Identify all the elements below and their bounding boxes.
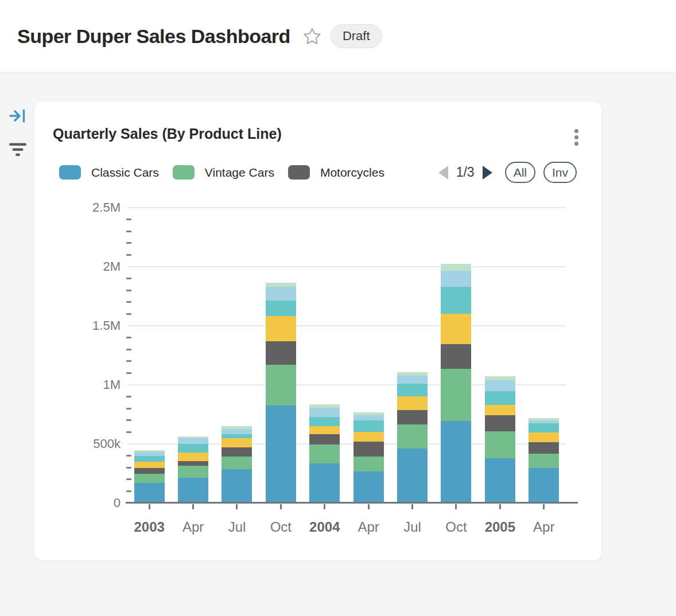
bar-segment[interactable] — [397, 449, 428, 503]
stacked-bar-2005-8 — [485, 376, 515, 503]
chart: 0500k1M1.5M2M2.5M 2003AprJulOct2004AprJu… — [34, 193, 601, 560]
favorite-star-icon[interactable] — [303, 27, 321, 45]
bar-segment[interactable] — [353, 471, 384, 503]
bar-segment[interactable] — [529, 454, 559, 468]
bar-segment[interactable] — [353, 432, 384, 441]
collapse-panel-icon[interactable] — [9, 107, 27, 127]
x-axis-tick — [411, 504, 413, 509]
bar-segment[interactable] — [309, 408, 340, 417]
legend-item-vintage-cars[interactable]: Vintage Cars — [173, 165, 274, 180]
bar-segment[interactable] — [178, 478, 208, 503]
x-axis-cell: Jul — [390, 518, 434, 535]
bar-segment[interactable] — [266, 406, 296, 503]
bar-segment[interactable] — [441, 421, 471, 503]
bar-segment[interactable] — [266, 365, 296, 406]
bar-segment[interactable] — [134, 468, 165, 474]
bar-segment[interactable] — [485, 391, 515, 405]
bar-segment[interactable] — [309, 434, 340, 445]
bar-segment[interactable] — [266, 301, 296, 316]
bar-segment[interactable] — [529, 423, 559, 432]
bar-segment[interactable] — [134, 456, 165, 462]
bar-segment[interactable] — [397, 410, 428, 424]
stacked-bar-jul-2 — [222, 426, 252, 503]
legend-item-label: Classic Cars — [91, 166, 159, 180]
bar-segment[interactable] — [222, 469, 252, 503]
legend-item-classic-cars[interactable]: Classic Cars — [59, 165, 159, 180]
bar-segment[interactable] — [178, 453, 208, 461]
filter-icon[interactable] — [9, 142, 27, 160]
x-axis-tick — [324, 504, 325, 509]
bar-segment[interactable] — [178, 461, 208, 466]
x-axis-cell: 2003 — [127, 518, 171, 535]
bar-segment[interactable] — [529, 468, 559, 503]
bar-segment[interactable] — [266, 316, 296, 341]
bar-segment[interactable] — [485, 431, 515, 459]
bar-segment[interactable] — [222, 447, 252, 457]
bar-segment[interactable] — [353, 457, 384, 472]
bar-segment[interactable] — [441, 344, 471, 369]
bar-segment[interactable] — [266, 341, 296, 365]
y-axis-tick-label: 0 — [34, 496, 121, 510]
bar-segment[interactable] — [178, 444, 208, 452]
x-axis-tick — [499, 504, 501, 509]
x-axis-tick-label: 2005 — [478, 518, 522, 535]
bar-segment[interactable] — [134, 474, 165, 483]
legend-pager: 1/3 — [438, 165, 492, 180]
y-axis-tick-label: 2.5M — [34, 200, 121, 215]
y-axis-tick-label: 1.5M — [34, 318, 121, 333]
legend-swatch — [288, 165, 310, 180]
bar-segment[interactable] — [397, 376, 428, 384]
bar-segment[interactable] — [178, 466, 208, 478]
bar-segment[interactable] — [222, 429, 252, 434]
bar-segment[interactable] — [485, 415, 515, 431]
bar-segment[interactable] — [309, 417, 340, 426]
bar-segment[interactable] — [134, 483, 165, 503]
x-axis-tick-label: Apr — [522, 518, 566, 535]
bar-segment[interactable] — [529, 442, 559, 454]
bar-segment[interactable] — [441, 271, 471, 287]
bar-cell — [171, 208, 215, 503]
legend-inv-button[interactable]: Inv — [543, 162, 577, 183]
bar-segment[interactable] — [309, 445, 340, 463]
bar-cell — [303, 208, 347, 503]
bar-segment[interactable] — [485, 380, 515, 391]
bar-segment[interactable] — [441, 264, 471, 271]
bar-segment[interactable] — [353, 420, 384, 432]
x-axis-cell: Jul — [215, 518, 259, 535]
bar-segment[interactable] — [222, 438, 252, 447]
bar-segment[interactable] — [266, 287, 296, 301]
bar-segment[interactable] — [309, 463, 340, 503]
bar-segment[interactable] — [529, 432, 559, 442]
bar-segment[interactable] — [485, 458, 515, 503]
bar-segment[interactable] — [134, 452, 165, 456]
bar-segment[interactable] — [134, 462, 165, 468]
bar-segment[interactable] — [353, 415, 384, 421]
kebab-menu-button[interactable] — [572, 127, 581, 148]
bar-segment[interactable] — [178, 438, 208, 445]
x-axis-tick — [280, 504, 282, 509]
legend-prev-button[interactable] — [438, 166, 448, 180]
legend-next-button[interactable] — [483, 166, 492, 180]
x-axis-tick-label: 2003 — [127, 518, 171, 535]
bar-segment[interactable] — [222, 434, 252, 438]
x-axis-tick-label: 2004 — [303, 518, 347, 535]
bar-segment[interactable] — [485, 405, 515, 415]
bar-segment[interactable] — [441, 369, 471, 421]
legend-item-motorcycles[interactable]: Motorcycles — [288, 165, 384, 180]
legend-all-button[interactable]: All — [505, 162, 535, 183]
bar-segment[interactable] — [441, 287, 471, 314]
bar-segment[interactable] — [441, 314, 471, 344]
bar-segment[interactable] — [266, 283, 296, 287]
bar-segment[interactable] — [397, 396, 428, 410]
bar-segment[interactable] — [309, 426, 340, 434]
bar-segment[interactable] — [222, 457, 252, 470]
bar-segment[interactable] — [397, 424, 428, 449]
bar-segment[interactable] — [353, 442, 384, 457]
bar-cell — [522, 208, 566, 503]
bar-segment[interactable] — [397, 384, 428, 396]
y-axis-tick-label: 1M — [34, 377, 121, 392]
legend-item-label: Vintage Cars — [205, 166, 274, 180]
plot-area: 2003AprJulOct2004AprJulOct2005Apr — [127, 208, 566, 503]
bar-segment[interactable] — [485, 376, 515, 380]
page-header: Super Duper Sales Dashboard Draft — [0, 0, 676, 73]
